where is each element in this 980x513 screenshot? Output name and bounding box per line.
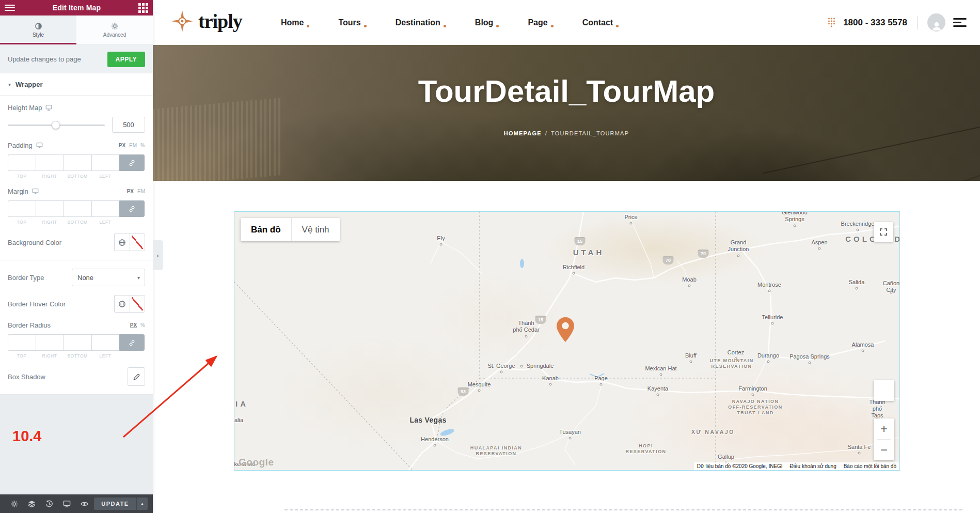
breadcrumb-current: TOURDETAIL_TOURMAP <box>551 130 629 136</box>
nav-item-page[interactable]: Page <box>528 18 553 27</box>
breadcrumb-home-link[interactable]: HOMEPAGE <box>504 130 542 136</box>
link-values-button[interactable] <box>119 154 145 171</box>
border-radius-right-input[interactable] <box>36 334 64 351</box>
attribution-terms-link[interactable]: Điều khoản sử dụng <box>790 463 836 469</box>
map-town-dot <box>818 247 821 250</box>
responsive-mode-icon[interactable] <box>58 500 75 508</box>
contrast-icon <box>35 22 42 30</box>
slider-thumb[interactable] <box>52 121 60 129</box>
nav-dot <box>307 25 309 27</box>
apply-button[interactable]: APPLY <box>107 52 145 67</box>
map-label: XỨ NAVAJO <box>691 429 735 436</box>
unit-px[interactable]: PX <box>119 143 125 148</box>
padding-side-labels: TOPRIGHTBOTTOMLEFT <box>8 174 145 179</box>
margin-right-input[interactable] <box>36 200 64 217</box>
section-wrapper-header[interactable]: ▾ Wrapper <box>0 73 153 96</box>
nav-item-label: Tours <box>338 18 360 27</box>
global-color-button[interactable] <box>114 234 130 251</box>
panel-menu-icon[interactable] <box>5 5 15 11</box>
navigator-layers-icon[interactable] <box>23 500 40 508</box>
section-divider <box>284 509 962 510</box>
box-shadow-edit-button[interactable] <box>128 367 145 386</box>
map-label: Ely <box>437 235 445 242</box>
zoom-out-button[interactable]: − <box>874 440 894 460</box>
border-type-value: None <box>77 274 93 282</box>
unit-px[interactable]: PX <box>127 189 134 194</box>
preview-eye-icon[interactable] <box>75 500 93 508</box>
update-options-arrow[interactable]: ▲ <box>136 498 148 510</box>
padding-right-input[interactable] <box>36 154 64 171</box>
nav-item-label: Page <box>528 18 547 27</box>
map-widget[interactable]: ElyPriceGlenwood SpringsBreckenridgeCOLO… <box>234 211 900 471</box>
unit-em[interactable]: EM <box>137 189 145 194</box>
border-type-select[interactable]: None ▾ <box>72 269 145 286</box>
panel-collapse-handle[interactable]: ‹ <box>153 240 163 270</box>
pegman-control[interactable] <box>874 380 894 401</box>
map-town-dot <box>771 322 774 325</box>
annotation-10-4: 10.4 <box>12 428 41 445</box>
padding-left-input[interactable] <box>91 154 119 171</box>
global-color-button[interactable] <box>114 295 130 313</box>
unit-percent[interactable]: % <box>140 322 145 328</box>
map-label: Springdale <box>527 363 554 369</box>
link-values-button[interactable] <box>119 334 145 351</box>
nav-item-blog[interactable]: Blog <box>475 18 499 27</box>
tab-style[interactable]: Style <box>0 15 76 44</box>
section-title: Wrapper <box>15 81 43 88</box>
height-map-slider[interactable] <box>8 120 105 130</box>
map-town-dot <box>856 287 858 290</box>
margin-left-input[interactable] <box>91 200 119 217</box>
map-town-dot <box>858 452 861 455</box>
nav-item-destination[interactable]: Destination <box>396 18 446 27</box>
avatar[interactable] <box>927 13 945 32</box>
unit-em[interactable]: EM <box>129 143 137 148</box>
map-label: Thành phố Taos <box>866 399 889 419</box>
map-attribution: Dữ liệu bản đồ ©2020 Google, INEGI Điều … <box>694 462 899 470</box>
border-radius-left-input[interactable] <box>91 334 119 351</box>
map-type-satellite-button[interactable]: Vệ tinh <box>292 218 340 241</box>
height-map-value-input[interactable] <box>112 117 145 133</box>
border-radius-bottom-input[interactable] <box>64 334 91 351</box>
map-marker-pin[interactable] <box>557 317 574 342</box>
compass-logo-icon <box>170 9 194 33</box>
map-label: Mexican Hat <box>645 365 676 372</box>
padding-top-input[interactable] <box>8 154 36 171</box>
attribution-report-link[interactable]: Báo cáo một lỗi bản đồ <box>844 463 896 469</box>
update-button[interactable]: UPDATE <box>94 498 136 510</box>
map-label: Santa Fe <box>848 444 871 450</box>
map-label: St. George <box>487 363 515 369</box>
phone-number[interactable]: 1800 - 333 5578 <box>843 18 907 28</box>
map-label: Henderson <box>421 436 449 443</box>
fullscreen-button[interactable] <box>874 222 893 242</box>
widgets-grid-icon[interactable] <box>138 3 148 13</box>
nav-item-contact[interactable]: Contact <box>582 18 619 27</box>
border-radius-top-input[interactable] <box>8 334 36 351</box>
control-border-type: Border Type None ▾ <box>8 269 145 286</box>
margin-bottom-input[interactable] <box>64 200 91 217</box>
unit-px[interactable]: PX <box>130 322 137 328</box>
unit-percent[interactable]: % <box>140 143 145 148</box>
settings-gear-icon[interactable] <box>5 500 23 508</box>
zoom-in-button[interactable]: + <box>874 418 894 439</box>
menu-toggle-icon[interactable] <box>953 18 967 27</box>
margin-top-input[interactable] <box>8 200 36 217</box>
tab-advanced[interactable]: Advanced <box>76 15 153 44</box>
color-swatch-none[interactable] <box>130 234 145 251</box>
site-logo[interactable]: triply <box>170 9 242 33</box>
map-label: Telluride <box>762 314 783 321</box>
map-type-map-button[interactable]: Bản đồ <box>241 218 292 241</box>
history-icon[interactable] <box>40 500 58 508</box>
map-town-dot <box>630 222 633 225</box>
map-town-dot <box>890 291 893 294</box>
nav-item-tours[interactable]: Tours <box>338 18 366 27</box>
padding-bottom-input[interactable] <box>64 154 91 171</box>
monitor-icon[interactable] <box>45 104 52 111</box>
monitor-icon[interactable] <box>32 188 39 195</box>
color-swatch-none[interactable] <box>130 295 145 313</box>
map-label: HOPI RESERVATION <box>626 443 667 455</box>
map-town-dot <box>440 243 442 246</box>
map-town-dot <box>660 374 662 376</box>
nav-item-home[interactable]: Home <box>281 18 309 27</box>
monitor-icon[interactable] <box>36 142 43 149</box>
link-values-button[interactable] <box>119 200 145 217</box>
